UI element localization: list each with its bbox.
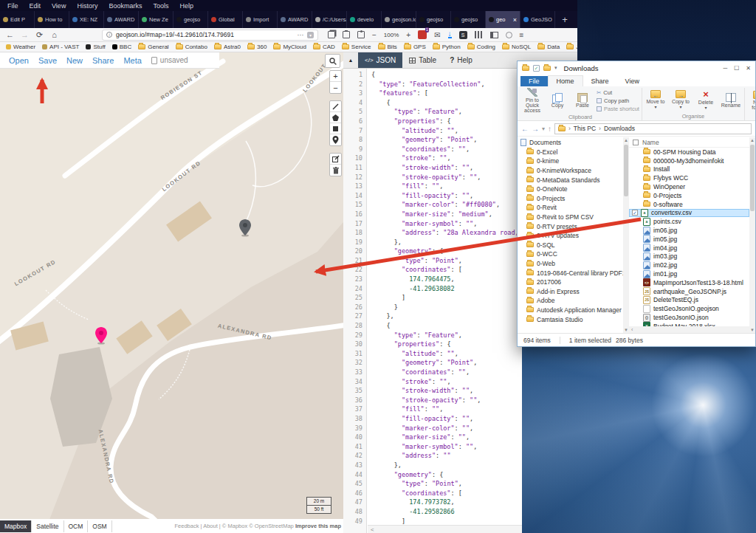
nav-item-documents[interactable]: Documents [518,138,623,148]
collapse-panel-button[interactable]: ▲ [343,52,358,68]
improve-map-link[interactable]: Improve this map [295,523,341,529]
files-scrollbar[interactable]: ▲ ▼ [749,137,755,333]
nav-folder[interactable]: 0-Excel [518,148,623,157]
menu-tools[interactable]: Tools [153,2,168,10]
browser-tab-8[interactable]: AWARD [278,11,312,28]
file-row[interactable]: 00-SPM Housing Data [629,148,749,157]
nav-scrollbar[interactable]: ▲ ▼ [623,137,629,333]
menu-view[interactable]: View [52,2,66,10]
layer-button-mapbox[interactable]: Mapbox [0,520,32,532]
browser-tab-5[interactable]: geojso [173,11,208,28]
layer-button-satellite[interactable]: Satellite [32,520,63,532]
bookmark-cad[interactable]: CAD [313,44,335,50]
nav-folder[interactable]: 1019-0846-Central library PDF1_drake [518,268,623,278]
maximize-icon[interactable]: ☐ [734,65,739,72]
file-row[interactable]: im02.jpg [629,261,749,269]
home-icon[interactable]: ⌂ [49,31,60,39]
tab-json[interactable]: </> JSON [358,52,402,68]
site-info-icon[interactable]: i [106,32,112,38]
breadcrumb-downloads[interactable]: Downloads [604,125,635,132]
geojson-menu-meta[interactable]: Meta [123,56,141,65]
file-row[interactable]: 0-Projects [629,191,749,200]
adblock-shield-icon[interactable]: 1 [418,30,427,39]
bookmark-service[interactable]: Service [342,44,371,50]
files-hscrollbar[interactable]: ‹ [629,326,749,333]
draw-marker-button[interactable] [330,134,341,145]
file-row[interactable]: im06.jpg [629,226,749,235]
browser-tab-4[interactable]: New Ze [139,11,173,28]
bookmark-data[interactable]: Data [537,44,560,50]
move-to-button[interactable]: ←Move to▾ [645,90,667,110]
bookmark-contabo[interactable]: Contabo [176,44,207,50]
layer-button-osm[interactable]: OSM [88,520,111,532]
nav-folder[interactable]: Camtasia Studio [518,314,623,324]
nav-folder[interactable]: 0-Web [518,259,623,269]
column-name-label[interactable]: Name [642,139,659,146]
file-row[interactable]: Flybys WCC [629,173,749,182]
menu-file[interactable]: File [7,2,18,10]
nav-folder[interactable]: 0-knime [518,157,623,166]
browser-tab-13[interactable]: geojso [451,11,486,28]
nav-folder[interactable]: Adobe [518,296,623,306]
nav-folder[interactable]: 0-RTV presets [518,221,623,231]
pin-to-quick-access-button[interactable]: Pin to Quick access [521,88,543,113]
page-actions-icon[interactable]: ⋯ [298,31,304,38]
zoom-out-button[interactable]: − [330,82,341,93]
bookmark-360[interactable]: 360 [247,44,267,50]
browser-tab-11[interactable]: geojson.io [382,11,416,28]
layer-button-ocm[interactable]: OCM [64,520,89,532]
menu-icon[interactable]: ≡ [520,31,524,39]
file-row[interactable]: 0-software [629,200,749,209]
breadcrumb[interactable]: ›This PC›Downloads [554,123,752,134]
menu-edit[interactable]: Edit [30,2,41,10]
file-row[interactable]: apoints.csv [629,217,749,226]
sidebar-icon[interactable] [490,32,498,38]
browser-tab-14[interactable]: geo× [486,11,520,28]
draw-polygon-button[interactable] [330,112,341,123]
file-row[interactable]: <>MapImportJsonTest13-8-18.html [629,278,749,287]
file-row[interactable]: 000000-My3dhomeinfokit [629,157,749,165]
quick-access-folder-icon[interactable] [543,66,551,71]
nav-folder[interactable]: 0-Revit [518,203,623,213]
browser-tab-3[interactable]: AWARD [104,11,139,28]
qat-dropdown-icon[interactable]: ▾ [554,65,557,71]
s-app-icon[interactable]: S [459,31,467,39]
delete-button[interactable] [330,165,341,176]
copy-to-button[interactable]: →Copy to▾ [670,90,692,110]
column-header[interactable]: Name [629,137,749,148]
bookmark-astra0[interactable]: Astra0 [214,44,241,50]
file-row[interactable]: im01.jpg [629,269,749,278]
geojson-menu-new[interactable]: New [66,56,83,65]
zoom-level[interactable]: 100% [384,32,399,38]
rename-button[interactable]: Rename [720,93,742,108]
nav-folder[interactable]: Autodesk Application Manager [518,306,623,315]
draw-line-button[interactable] [330,101,341,112]
tab-table[interactable]: Table [402,52,443,68]
file-row[interactable]: im04.jpg [629,244,749,252]
bookmark-jobs[interactable]: Jobs [566,44,577,50]
bookmark-general[interactable]: General [138,44,168,50]
bookmark-bbc[interactable]: BBC [112,44,131,50]
copy-button[interactable]: Copy [546,93,568,108]
paste-shortcut-button[interactable]: Paste shortcut [597,106,639,112]
map-pane[interactable]: ROBIESON STLOOKOUT RDLOOKOUT RLOOKOUT RD… [0,52,343,533]
copy-path-button[interactable]: Copy path [597,97,639,104]
file-checkbox[interactable]: ✓ [632,210,638,216]
nav-history-icon[interactable]: ▾ [542,125,545,132]
back-icon[interactable]: ← [4,31,16,39]
draw-rectangle-button[interactable] [330,123,341,134]
menu-history[interactable]: History [77,2,97,10]
nav-folder[interactable]: 0-SQL [518,241,623,250]
file-row[interactable]: im05.jpg [629,235,749,244]
minimize-icon[interactable]: ─ [723,65,727,72]
bookmark-bits[interactable]: Bits [378,44,397,50]
zoom-out-icon[interactable]: − [372,31,377,39]
nav-folder[interactable]: 0-KnimeWorkspace [518,166,623,176]
nav-folder[interactable]: Add-in Express [518,287,623,297]
map-search-button[interactable] [325,54,340,68]
tab-close-icon[interactable]: × [513,16,517,24]
geojson-menu-open[interactable]: Open [9,56,29,65]
forward-icon[interactable]: → [19,31,30,39]
file-row[interactable]: testGeoJsonIO.geojson [629,304,749,313]
file-row[interactable]: JSearthquake_GeoJSONP.js [629,287,749,296]
